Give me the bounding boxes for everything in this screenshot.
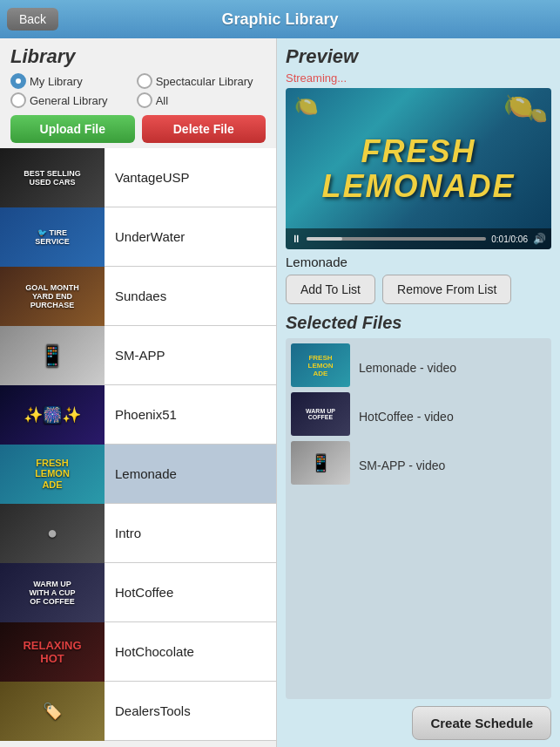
sf-thumb-lemonade: FRESHLEMONADE xyxy=(291,343,350,387)
radio-label-general: General Library xyxy=(30,94,108,107)
selected-thumbnails: FRESHLEMONADE WARM UPCOFFEE 📱 xyxy=(291,343,352,490)
thumbnail-sundaes: GOAL MONTHYARD ENDPURCHASE xyxy=(0,267,105,326)
thumbnail-lemonade: FRESHLEMONADE xyxy=(0,445,105,504)
thumbnail-phoenix: ✨🎆✨ xyxy=(0,385,105,445)
list-item[interactable]: 📱 SM-APP xyxy=(0,326,276,385)
action-buttons: Add To List Remove From List xyxy=(286,275,551,304)
library-list: BEST SELLINGUSED CARS VantageUSP 🐦 TIRES… xyxy=(0,148,276,747)
video-time: 0:01/0:06 xyxy=(491,234,528,244)
thumb-text: 🐦 TIRESERVICE xyxy=(33,227,71,248)
item-label: HotCoffee xyxy=(105,585,173,600)
thumb-text: 📱 xyxy=(37,342,67,370)
thumb-text: ✨🎆✨ xyxy=(22,404,83,426)
radio-label-all: All xyxy=(156,94,168,107)
add-to-list-button[interactable]: Add To List xyxy=(286,275,375,304)
thumb-text: ● xyxy=(45,521,59,545)
thumb-text: RELAXINGHOT xyxy=(21,637,83,667)
list-item[interactable]: BEST SELLINGUSED CARS VantageUSP xyxy=(0,148,276,207)
item-label: Phoenix51 xyxy=(105,407,177,422)
media-name: Lemonade xyxy=(286,255,551,269)
thumbnail-smapp: 📱 xyxy=(0,326,105,385)
thumbnail-hotchocolate: RELAXINGHOT xyxy=(0,622,105,682)
item-label: HotChocolate xyxy=(105,644,194,659)
item-label: UnderWater xyxy=(105,229,185,244)
header-title: Graphic Library xyxy=(221,10,338,29)
radio-label-spectacular: Spectacular Library xyxy=(156,75,253,88)
item-label: Intro xyxy=(105,526,141,540)
radio-label-my-library: My Library xyxy=(30,75,83,88)
item-label: Sundaes xyxy=(105,289,166,303)
progress-fill xyxy=(307,237,342,241)
radio-circle-spectacular xyxy=(137,73,152,89)
upload-file-button[interactable]: Upload File xyxy=(10,115,135,143)
sf-label-smapp: SM-APP - video xyxy=(359,441,546,490)
main-content: Library My Library Spectacular Library G… xyxy=(0,38,560,747)
radio-all[interactable]: All xyxy=(137,92,260,108)
radio-circle-general xyxy=(10,92,26,108)
create-schedule-button[interactable]: Create Schedule xyxy=(412,706,551,740)
selected-files-area: FRESHLEMONADE WARM UPCOFFEE 📱 Lemonade -… xyxy=(291,343,546,490)
header: Back Graphic Library xyxy=(0,0,560,38)
item-label: VantageUSP xyxy=(105,170,190,185)
video-preview: FRESH LEMONADE 🍋 🍋 🍋 ⏸ 0:01/0:06 🔊 xyxy=(286,88,551,249)
item-label: DealersTools xyxy=(105,703,191,718)
thumb-text: FRESHLEMONADE xyxy=(33,456,71,491)
list-item[interactable]: GOAL MONTHYARD ENDPURCHASE Sundaes xyxy=(0,267,276,326)
remove-from-list-button[interactable]: Remove From List xyxy=(382,275,511,304)
radio-circle-all xyxy=(137,92,152,108)
thumbnail-hotcoffee: WARM UPWITH A CUPOF COFFEE xyxy=(0,563,105,622)
preview-title: Preview xyxy=(286,45,551,68)
volume-icon[interactable]: 🔊 xyxy=(533,233,546,245)
sf-label-hotcoffee: HotCoffee - video xyxy=(359,392,546,441)
list-item[interactable]: 🐦 TIRESERVICE UnderWater xyxy=(0,207,276,267)
sf-thumb-hotcoffee: WARM UPCOFFEE xyxy=(291,392,350,436)
streaming-status: Streaming... xyxy=(286,71,551,85)
file-action-buttons: Upload File Delete File xyxy=(0,110,276,148)
list-item[interactable]: 🏷️ DealersTools xyxy=(0,682,276,741)
progress-bar[interactable] xyxy=(307,237,486,241)
thumb-text: BEST SELLINGUSED CARS xyxy=(22,167,83,188)
thumb-text: 🏷️ xyxy=(41,700,64,723)
radio-group: My Library Spectacular Library General L… xyxy=(0,71,276,110)
thumb-text: GOAL MONTHYARD ENDPURCHASE xyxy=(24,282,80,311)
delete-file-button[interactable]: Delete File xyxy=(142,115,267,143)
thumbnail-dealers: 🏷️ xyxy=(0,682,105,741)
list-item-selected[interactable]: FRESHLEMONADE Lemonade xyxy=(0,445,276,504)
radio-spectacular[interactable]: Spectacular Library xyxy=(137,73,260,89)
list-item[interactable]: RELAXINGHOT HotChocolate xyxy=(0,622,276,682)
radio-general[interactable]: General Library xyxy=(10,92,133,108)
radio-circle-my-library xyxy=(10,73,26,89)
selected-file-labels: Lemonade - video HotCoffee - video SM-AP… xyxy=(352,343,546,490)
list-item[interactable]: ✨🎆✨ Phoenix51 xyxy=(0,385,276,445)
thumb-text: WARM UPWITH A CUPOF COFFEE xyxy=(28,578,78,608)
left-panel: Library My Library Spectacular Library G… xyxy=(0,38,277,747)
item-label: SM-APP xyxy=(105,348,165,363)
right-panel: Preview Streaming... FRESH LEMONADE 🍋 🍋 … xyxy=(277,38,560,747)
thumbnail-vantage: BEST SELLINGUSED CARS xyxy=(0,148,105,207)
thumbnail-intro: ● xyxy=(0,504,105,563)
back-button[interactable]: Back xyxy=(7,8,58,31)
selected-files-box: FRESHLEMONADE WARM UPCOFFEE 📱 Lemonade -… xyxy=(286,338,551,699)
library-title: Library xyxy=(0,38,276,71)
item-label: Lemonade xyxy=(105,466,177,481)
sf-label-lemonade: Lemonade - video xyxy=(359,343,546,392)
radio-my-library[interactable]: My Library xyxy=(10,73,133,89)
video-content-text: FRESH LEMONADE xyxy=(322,134,516,203)
selected-files-title: Selected Files xyxy=(286,313,551,333)
bottom-bar: Create Schedule xyxy=(286,699,551,740)
sf-thumb-smapp: 📱 xyxy=(291,441,350,485)
pause-icon[interactable]: ⏸ xyxy=(291,233,301,245)
list-item[interactable]: WARM UPWITH A CUPOF COFFEE HotCoffee xyxy=(0,563,276,622)
thumbnail-underwater: 🐦 TIRESERVICE xyxy=(0,207,105,267)
video-controls: ⏸ 0:01/0:06 🔊 xyxy=(286,228,551,249)
list-item[interactable]: ● Intro xyxy=(0,504,276,563)
